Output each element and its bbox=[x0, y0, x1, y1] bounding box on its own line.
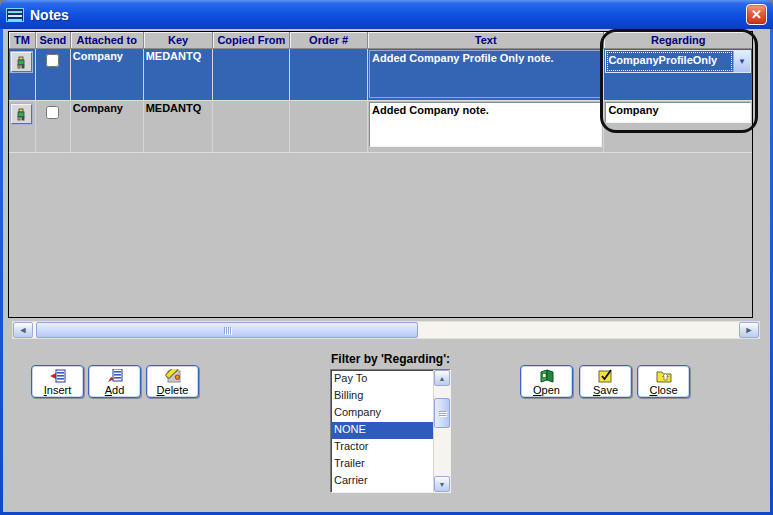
list-item[interactable]: Company bbox=[331, 405, 433, 422]
close-button[interactable]: Close bbox=[637, 365, 690, 398]
chevron-down-icon[interactable]: ▼ bbox=[733, 51, 750, 72]
listbox-scrollbar[interactable]: ▲ ▼ bbox=[433, 370, 450, 492]
header-send: Send bbox=[36, 32, 71, 49]
regarding-cell: CompanyProfileOnly ▼ bbox=[604, 49, 752, 101]
insert-button[interactable]: Insert bbox=[31, 365, 84, 398]
open-book-icon bbox=[539, 368, 555, 383]
regarding-filter-listbox[interactable]: Pay To Billing Company NONE Tractor Trai… bbox=[330, 369, 451, 493]
add-icon bbox=[107, 368, 123, 383]
close-folder-icon bbox=[656, 368, 672, 383]
horizontal-scrollbar[interactable]: ◄ ► bbox=[12, 321, 760, 339]
order-cell[interactable] bbox=[290, 101, 368, 153]
list-item[interactable]: Tractor bbox=[331, 439, 433, 456]
notes-grid: TM Send Attached to Key Copied From Orde… bbox=[8, 31, 753, 318]
table-row: Company MEDANTQ Added Company note. Comp… bbox=[9, 101, 752, 153]
insert-icon bbox=[50, 368, 66, 383]
app-icon bbox=[6, 8, 24, 22]
save-check-icon bbox=[598, 368, 613, 383]
key-cell[interactable]: MEDANTQ bbox=[144, 101, 214, 153]
regarding-value[interactable]: CompanyProfileOnly bbox=[606, 51, 733, 72]
insert-label: Insert bbox=[44, 384, 72, 396]
add-button[interactable]: Add bbox=[88, 365, 141, 398]
list-item[interactable]: Trailer bbox=[331, 456, 433, 473]
tm-person-icon bbox=[15, 56, 28, 69]
scroll-left-icon[interactable]: ◄ bbox=[13, 322, 33, 338]
save-button[interactable]: Save bbox=[579, 365, 632, 398]
note-text-input[interactable]: Added Company Profile Only note. bbox=[369, 50, 602, 98]
copied-from-cell[interactable] bbox=[213, 49, 290, 101]
open-button[interactable]: Open bbox=[520, 365, 573, 398]
list-item[interactable]: Billing bbox=[331, 388, 433, 405]
send-checkbox[interactable] bbox=[46, 54, 59, 67]
scroll-down-icon[interactable]: ▼ bbox=[434, 476, 450, 492]
copied-from-cell[interactable] bbox=[213, 101, 290, 153]
scrollbar-thumb[interactable] bbox=[36, 322, 418, 338]
regarding-value[interactable]: Company bbox=[605, 102, 751, 123]
scroll-right-icon[interactable]: ► bbox=[739, 322, 759, 338]
attached-to-cell[interactable]: Company bbox=[71, 101, 144, 153]
header-tm: TM bbox=[9, 32, 36, 49]
scrollbar-thumb[interactable] bbox=[434, 398, 450, 428]
notes-window: Notes ✕ TM Send Attached to Key Copied F… bbox=[0, 0, 773, 515]
regarding-cell: Company bbox=[604, 101, 752, 153]
header-key: Key bbox=[144, 32, 214, 49]
order-cell[interactable] bbox=[290, 49, 368, 101]
tm-note-button[interactable] bbox=[11, 104, 32, 124]
delete-label: Delete bbox=[157, 384, 189, 396]
text-cell: Added Company Profile Only note. bbox=[368, 49, 604, 101]
header-regarding: Regarding bbox=[604, 32, 752, 49]
delete-eraser-icon bbox=[165, 368, 181, 383]
send-cell bbox=[36, 49, 71, 101]
send-checkbox[interactable] bbox=[46, 106, 59, 119]
open-label: Open bbox=[533, 384, 560, 396]
tm-person-icon bbox=[15, 108, 28, 121]
header-copied-from: Copied From bbox=[213, 32, 290, 49]
header-text: Text bbox=[368, 32, 604, 49]
list-item[interactable]: Pay To bbox=[331, 371, 433, 388]
tm-cell bbox=[9, 101, 36, 153]
close-label: Close bbox=[649, 384, 677, 396]
dialog-body: TM Send Attached to Key Copied From Orde… bbox=[3, 29, 770, 512]
attached-to-cell[interactable]: Company bbox=[71, 49, 144, 101]
filter-by-regarding-label: Filter by 'Regarding': bbox=[283, 352, 498, 366]
add-label: Add bbox=[105, 384, 125, 396]
grid-header-row: TM Send Attached to Key Copied From Orde… bbox=[9, 32, 752, 49]
header-attached-to: Attached to bbox=[71, 32, 144, 49]
list-item[interactable]: Carrier bbox=[331, 473, 433, 490]
window-title: Notes bbox=[30, 7, 69, 23]
text-cell: Added Company note. bbox=[368, 101, 604, 153]
list-item-selected[interactable]: NONE bbox=[331, 422, 433, 439]
note-text-input[interactable]: Added Company note. bbox=[369, 102, 602, 147]
key-cell[interactable]: MEDANTQ bbox=[144, 49, 214, 101]
table-row: Company MEDANTQ Added Company Profile On… bbox=[9, 49, 752, 101]
tm-cell bbox=[9, 49, 36, 101]
header-order: Order # bbox=[290, 32, 368, 49]
delete-button[interactable]: Delete bbox=[146, 365, 199, 398]
regarding-combobox[interactable]: CompanyProfileOnly ▼ bbox=[605, 50, 751, 73]
scroll-up-icon[interactable]: ▲ bbox=[434, 370, 450, 386]
title-bar: Notes ✕ bbox=[0, 0, 773, 29]
send-cell bbox=[36, 101, 71, 153]
close-window-button[interactable]: ✕ bbox=[746, 4, 767, 25]
tm-note-button[interactable] bbox=[11, 52, 32, 72]
thumb-grip bbox=[224, 327, 231, 334]
save-label: Save bbox=[593, 384, 618, 396]
